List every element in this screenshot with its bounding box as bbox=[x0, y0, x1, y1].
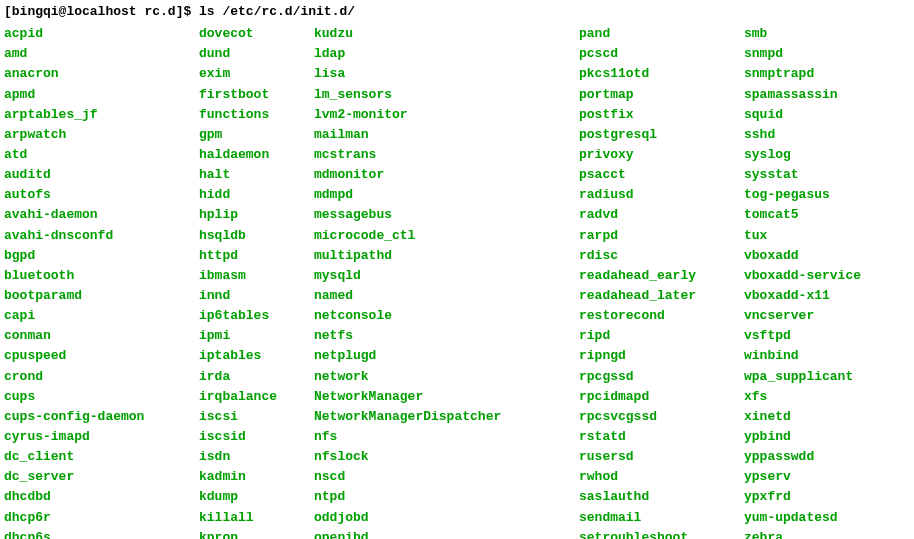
file-entry: cpuspeed bbox=[4, 346, 199, 366]
file-entry: ypbind bbox=[744, 427, 861, 447]
file-entry: microcode_ctl bbox=[314, 226, 579, 246]
file-entry: auditd bbox=[4, 165, 199, 185]
file-entry: wpa_supplicant bbox=[744, 367, 861, 387]
file-entry: xfs bbox=[744, 387, 861, 407]
file-entry: ipmi bbox=[199, 326, 314, 346]
ls-column-0: acpidamdanacronapmdarptables_jfarpwatcha… bbox=[4, 24, 199, 539]
file-entry: postfix bbox=[579, 105, 744, 125]
file-entry: vboxadd-service bbox=[744, 266, 861, 286]
file-entry: syslog bbox=[744, 145, 861, 165]
file-entry: NetworkManagerDispatcher bbox=[314, 407, 579, 427]
file-entry: ypxfrd bbox=[744, 487, 861, 507]
file-entry: netconsole bbox=[314, 306, 579, 326]
file-entry: yum-updatesd bbox=[744, 508, 861, 528]
file-entry: readahead_early bbox=[579, 266, 744, 286]
file-entry: multipathd bbox=[314, 246, 579, 266]
file-entry: rstatd bbox=[579, 427, 744, 447]
file-entry: netplugd bbox=[314, 346, 579, 366]
file-entry: mdmonitor bbox=[314, 165, 579, 185]
file-entry: functions bbox=[199, 105, 314, 125]
file-entry: haldaemon bbox=[199, 145, 314, 165]
file-entry: tux bbox=[744, 226, 861, 246]
file-entry: rwhod bbox=[579, 467, 744, 487]
file-entry: mdmpd bbox=[314, 185, 579, 205]
file-entry: bgpd bbox=[4, 246, 199, 266]
file-entry: sendmail bbox=[579, 508, 744, 528]
file-entry: avahi-dnsconfd bbox=[4, 226, 199, 246]
file-entry: conman bbox=[4, 326, 199, 346]
file-entry: kprop bbox=[199, 528, 314, 539]
file-entry: amd bbox=[4, 44, 199, 64]
file-entry: innd bbox=[199, 286, 314, 306]
file-entry: spamassassin bbox=[744, 85, 861, 105]
file-entry: vncserver bbox=[744, 306, 861, 326]
file-entry: lisa bbox=[314, 64, 579, 84]
file-entry: hplip bbox=[199, 205, 314, 225]
file-entry: isdn bbox=[199, 447, 314, 467]
file-entry: gpm bbox=[199, 125, 314, 145]
file-entry: kdump bbox=[199, 487, 314, 507]
file-entry: sysstat bbox=[744, 165, 861, 185]
file-entry: dc_server bbox=[4, 467, 199, 487]
file-entry: cups bbox=[4, 387, 199, 407]
file-entry: pkcs11otd bbox=[579, 64, 744, 84]
file-entry: snmpd bbox=[744, 44, 861, 64]
file-entry: vsftpd bbox=[744, 326, 861, 346]
file-entry: bluetooth bbox=[4, 266, 199, 286]
file-entry: kudzu bbox=[314, 24, 579, 44]
file-entry: ripd bbox=[579, 326, 744, 346]
shell-prompt: [bingqi@localhost rc.d]$ bbox=[4, 4, 199, 19]
file-entry: ntpd bbox=[314, 487, 579, 507]
file-entry: rpcsvcgssd bbox=[579, 407, 744, 427]
file-entry: ypserv bbox=[744, 467, 861, 487]
file-entry: network bbox=[314, 367, 579, 387]
file-entry: rusersd bbox=[579, 447, 744, 467]
file-entry: setroubleshoot bbox=[579, 528, 744, 539]
file-entry: privoxy bbox=[579, 145, 744, 165]
file-entry: named bbox=[314, 286, 579, 306]
file-entry: dhcp6s bbox=[4, 528, 199, 539]
file-entry: mysqld bbox=[314, 266, 579, 286]
file-entry: dhcp6r bbox=[4, 508, 199, 528]
file-entry: killall bbox=[199, 508, 314, 528]
file-entry: kadmin bbox=[199, 467, 314, 487]
file-entry: snmptrapd bbox=[744, 64, 861, 84]
file-entry: lvm2-monitor bbox=[314, 105, 579, 125]
file-entry: oddjobd bbox=[314, 508, 579, 528]
file-entry: mcstrans bbox=[314, 145, 579, 165]
file-entry: anacron bbox=[4, 64, 199, 84]
file-entry: cups-config-daemon bbox=[4, 407, 199, 427]
file-entry: iscsid bbox=[199, 427, 314, 447]
ls-column-4: smbsnmpdsnmptrapdspamassassinsquidsshdsy… bbox=[744, 24, 861, 539]
file-entry: radvd bbox=[579, 205, 744, 225]
ls-output: acpidamdanacronapmdarptables_jfarpwatcha… bbox=[4, 24, 910, 539]
file-entry: firstboot bbox=[199, 85, 314, 105]
file-entry: httpd bbox=[199, 246, 314, 266]
file-entry: mailman bbox=[314, 125, 579, 145]
file-entry: zebra bbox=[744, 528, 861, 539]
file-entry: apmd bbox=[4, 85, 199, 105]
file-entry: tog-pegasus bbox=[744, 185, 861, 205]
file-entry: squid bbox=[744, 105, 861, 125]
file-entry: ibmasm bbox=[199, 266, 314, 286]
file-entry: sshd bbox=[744, 125, 861, 145]
file-entry: dund bbox=[199, 44, 314, 64]
file-entry: irda bbox=[199, 367, 314, 387]
ls-column-3: pandpcscdpkcs11otdportmappostfixpostgres… bbox=[579, 24, 744, 539]
file-entry: irqbalance bbox=[199, 387, 314, 407]
file-entry: postgresql bbox=[579, 125, 744, 145]
file-entry: avahi-daemon bbox=[4, 205, 199, 225]
file-entry: pcscd bbox=[579, 44, 744, 64]
file-entry: readahead_later bbox=[579, 286, 744, 306]
file-entry: atd bbox=[4, 145, 199, 165]
file-entry: capi bbox=[4, 306, 199, 326]
file-entry: exim bbox=[199, 64, 314, 84]
file-entry: arptables_jf bbox=[4, 105, 199, 125]
file-entry: psacct bbox=[579, 165, 744, 185]
file-entry: nfslock bbox=[314, 447, 579, 467]
ls-column-1: dovecotdundeximfirstbootfunctionsgpmhald… bbox=[199, 24, 314, 539]
file-entry: portmap bbox=[579, 85, 744, 105]
file-entry: arpwatch bbox=[4, 125, 199, 145]
file-entry: ripngd bbox=[579, 346, 744, 366]
file-entry: dhcdbd bbox=[4, 487, 199, 507]
